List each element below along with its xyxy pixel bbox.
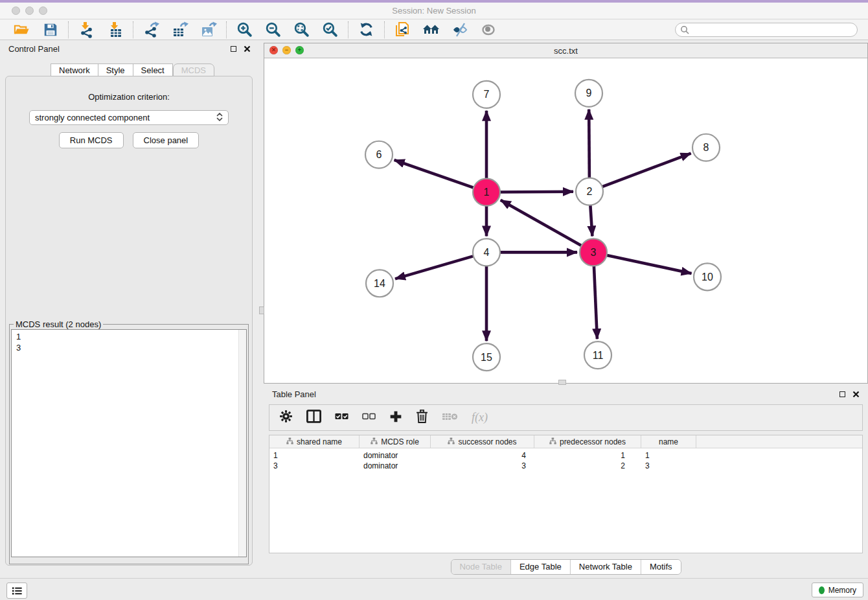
- deselect-all-checkboxes-icon[interactable]: [362, 411, 376, 424]
- cell-name[interactable]: 1: [641, 451, 696, 460]
- graph-node-9[interactable]: 9: [575, 80, 602, 107]
- splitter-grip-vertical[interactable]: [259, 306, 264, 314]
- column-label: shared name: [297, 437, 342, 446]
- export-network-icon[interactable]: [143, 21, 160, 38]
- tree-icon: [286, 437, 293, 446]
- tab-style[interactable]: Style: [98, 63, 133, 76]
- tab-motifs[interactable]: Motifs: [641, 560, 681, 574]
- tab-network[interactable]: Network: [51, 63, 98, 76]
- graph-node-10[interactable]: 10: [694, 263, 721, 290]
- select-all-checkboxes-icon[interactable]: [335, 411, 348, 424]
- result-line: 3: [16, 342, 236, 353]
- cell-mcds-role[interactable]: dominator: [360, 461, 431, 470]
- float-table-panel-icon[interactable]: [839, 391, 845, 397]
- control-panel-tabs: NetworkStyleSelectMCDS: [51, 63, 214, 76]
- graph-node-4[interactable]: 4: [473, 238, 500, 266]
- table-row[interactable]: 1dominator411: [269, 450, 862, 461]
- close-table-panel-icon[interactable]: [852, 391, 860, 398]
- close-panel-button[interactable]: Close panel: [133, 132, 200, 148]
- graph-node-3[interactable]: 3: [580, 238, 607, 266]
- task-history-button[interactable]: [6, 583, 27, 599]
- open-session-icon[interactable]: [13, 21, 30, 38]
- copy-network-icon[interactable]: [394, 21, 411, 38]
- column-label: successor nodes: [458, 437, 516, 446]
- tab-network-table[interactable]: Network Table: [570, 560, 641, 574]
- cell-predecessor-nodes[interactable]: 2: [534, 461, 641, 470]
- criterion-dropdown[interactable]: strongly connected component: [29, 110, 229, 125]
- splitter-grip-horizontal[interactable]: [558, 380, 566, 385]
- zoom-in-icon[interactable]: [236, 21, 253, 38]
- cell-shared-name[interactable]: 3: [269, 461, 360, 470]
- edge-2-8[interactable]: [589, 154, 691, 192]
- cell-successor-nodes[interactable]: 4: [431, 451, 534, 460]
- show-all-networks-icon[interactable]: [422, 21, 440, 38]
- tab-edge-table[interactable]: Edge Table: [510, 560, 570, 574]
- column-header-name[interactable]: name: [641, 435, 696, 448]
- zoom-out-icon[interactable]: [264, 21, 282, 38]
- save-session-icon[interactable]: [41, 21, 59, 38]
- import-network-icon[interactable]: [78, 21, 95, 38]
- cell-mcds-role[interactable]: dominator: [360, 451, 431, 460]
- status-bar: Memory: [0, 578, 868, 600]
- graph-node-11[interactable]: 11: [584, 341, 611, 369]
- search-input[interactable]: [675, 23, 858, 37]
- node-label: 4: [484, 247, 490, 258]
- graph-node-1[interactable]: 1: [473, 179, 500, 206]
- graph-node-6[interactable]: 6: [365, 141, 393, 168]
- import-table-icon[interactable]: [106, 21, 124, 38]
- cell-successor-nodes[interactable]: 3: [431, 461, 534, 470]
- main-toolbar: [0, 19, 868, 40]
- search-icon: [680, 25, 690, 38]
- export-image-icon[interactable]: [200, 21, 217, 38]
- graph-node-14[interactable]: 14: [366, 270, 393, 297]
- network-maximize-button[interactable]: +: [295, 46, 304, 54]
- column-header-shared-name[interactable]: shared name: [269, 435, 360, 448]
- edge-3-10[interactable]: [593, 252, 692, 273]
- hide-graphics-details-icon[interactable]: [451, 21, 468, 38]
- toggle-columns-icon[interactable]: [306, 410, 321, 426]
- optimization-criterion-label: Optimization criterion:: [6, 92, 252, 102]
- run-mcds-button[interactable]: Run MCDS: [59, 132, 124, 148]
- edge-1-6[interactable]: [394, 160, 486, 192]
- float-panel-icon[interactable]: [231, 46, 236, 52]
- delete-table-disabled-icon: [442, 411, 458, 424]
- network-minimize-button[interactable]: −: [282, 46, 291, 54]
- network-close-button[interactable]: ✕: [269, 46, 278, 54]
- graph-node-7[interactable]: 7: [473, 81, 500, 108]
- cell-shared-name[interactable]: 1: [269, 451, 360, 460]
- graph-svg: 7968124314101511: [264, 58, 867, 383]
- export-table-icon[interactable]: [171, 21, 188, 38]
- graph-node-2[interactable]: 2: [576, 178, 603, 205]
- graph-node-8[interactable]: 8: [692, 134, 720, 161]
- column-label: MCDS role: [381, 437, 419, 446]
- close-panel-icon[interactable]: [244, 45, 251, 52]
- mcds-result-textarea[interactable]: 13: [11, 329, 247, 557]
- cell-name[interactable]: 3: [641, 461, 696, 470]
- criterion-dropdown-value: strongly connected component: [35, 113, 150, 122]
- tab-node-table[interactable]: Node Table: [451, 560, 510, 574]
- cell-predecessor-nodes[interactable]: 1: [534, 451, 641, 460]
- table-row[interactable]: 3dominator323: [269, 461, 862, 471]
- tab-mcds[interactable]: MCDS: [173, 63, 214, 76]
- add-column-icon[interactable]: [389, 410, 402, 426]
- session-title: Session: New Session: [0, 6, 868, 16]
- graph-node-15[interactable]: 15: [473, 343, 500, 371]
- column-header-successor-nodes[interactable]: successor nodes: [431, 435, 534, 448]
- zoom-selected-icon[interactable]: [321, 21, 339, 38]
- network-window-titlebar[interactable]: ✕ − + scc.txt: [264, 43, 867, 58]
- node-label: 8: [703, 142, 709, 153]
- column-header-predecessor-nodes[interactable]: predecessor nodes: [534, 435, 641, 448]
- result-scrollbar[interactable]: [238, 330, 246, 557]
- node-label: 1: [484, 187, 490, 198]
- eye-disabled-icon[interactable]: [479, 21, 497, 38]
- edge-3-1[interactable]: [501, 200, 593, 253]
- node-label: 10: [702, 271, 713, 283]
- tab-select[interactable]: Select: [133, 63, 173, 76]
- column-header-mcds-role[interactable]: MCDS role: [360, 435, 431, 448]
- delete-column-icon[interactable]: [416, 410, 428, 426]
- refresh-icon[interactable]: [358, 21, 375, 38]
- memory-button[interactable]: Memory: [812, 583, 863, 597]
- network-canvas[interactable]: 7968124314101511: [264, 58, 867, 383]
- zoom-fit-icon[interactable]: [293, 21, 310, 38]
- table-settings-icon[interactable]: [279, 410, 293, 426]
